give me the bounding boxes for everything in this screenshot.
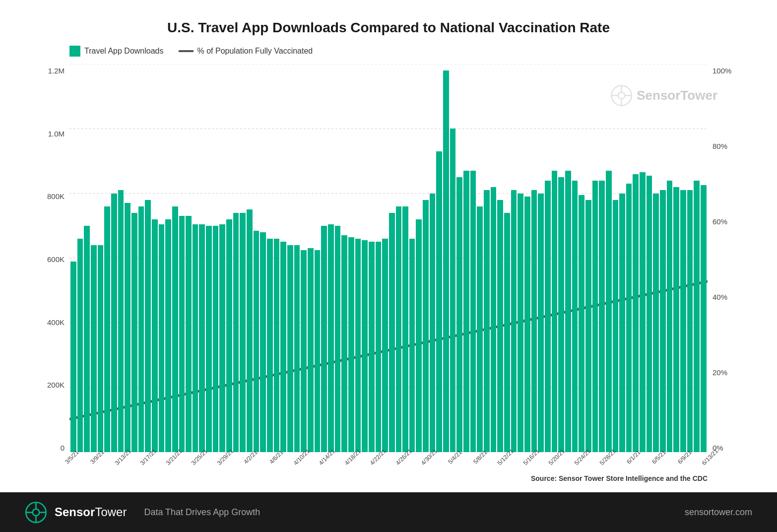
bar: [592, 181, 598, 452]
bar: [369, 242, 375, 452]
bar: [443, 70, 449, 452]
bar: [77, 239, 83, 452]
bar: [396, 206, 402, 452]
bar: [463, 171, 469, 452]
y-right-tick: 80%: [712, 142, 727, 150]
bar: [552, 171, 558, 452]
legend: Travel App Downloads % of Population Ful…: [69, 46, 747, 57]
bar: [84, 226, 90, 452]
bar: [179, 216, 185, 452]
chart-wrapper: U.S. Travel App Downloads Compared to Na…: [0, 0, 777, 492]
bar: [111, 194, 117, 452]
bar: [504, 213, 510, 452]
bar: [91, 245, 97, 452]
bar: [416, 219, 422, 452]
y-left-tick: 800K: [47, 192, 65, 200]
bar: [104, 206, 110, 452]
x-axis: 3/5/213/9/213/13/213/17/213/21/213/25/21…: [69, 452, 708, 472]
bar: [626, 184, 632, 452]
y-right-tick: 60%: [712, 217, 727, 226]
bar: [247, 209, 253, 452]
y-right-tick: 20%: [712, 368, 727, 377]
y-left-tick: 600K: [47, 255, 65, 264]
bar: [206, 226, 212, 452]
bar: [138, 206, 144, 452]
bar: [667, 181, 673, 452]
y-left-tick: 1.0M: [48, 130, 65, 138]
bar: [260, 232, 266, 452]
bar: [456, 177, 462, 452]
bar: [497, 200, 503, 452]
bar: [267, 239, 273, 452]
bar: [450, 129, 456, 452]
bar: [402, 206, 408, 452]
bar: [328, 224, 334, 452]
bar: [423, 200, 429, 452]
bar: [531, 190, 537, 452]
bar: [694, 181, 700, 452]
y-right-tick: 40%: [712, 293, 727, 301]
y-left-tick: 0: [61, 444, 65, 452]
bar: [409, 239, 415, 452]
y-left-tick: 400K: [47, 318, 65, 327]
bar: [131, 213, 137, 452]
bar: [240, 213, 246, 452]
bar: [538, 194, 544, 452]
bar: [152, 219, 158, 452]
bar: [430, 194, 436, 452]
legend-line-label: % of Population Fully Vaccinated: [197, 47, 313, 56]
footer-brand: SensorTower: [55, 505, 127, 519]
bar: [491, 187, 497, 452]
legend-bar-label: Travel App Downloads: [84, 47, 164, 56]
bar: [199, 224, 205, 452]
bar: [565, 171, 571, 452]
footer-url: sensortower.com: [685, 507, 752, 518]
legend-bar: Travel App Downloads: [69, 46, 164, 57]
bar: [382, 239, 388, 452]
bar: [226, 219, 232, 452]
bar: [308, 248, 314, 452]
bar: [233, 213, 239, 452]
svg-point-14: [33, 509, 40, 516]
footer-left: SensorTower Data That Drives App Growth: [25, 501, 260, 524]
bar: [701, 185, 707, 452]
bar: [585, 200, 591, 452]
bar: [518, 194, 523, 452]
y-right-tick: 100%: [712, 66, 731, 75]
bar: [599, 181, 605, 452]
bar: [301, 250, 307, 452]
y-left-tick: 1.2M: [48, 66, 65, 75]
bar: [294, 245, 300, 452]
bar: [193, 224, 198, 452]
y-axis-right: 0%20%40%60%80%100%: [708, 64, 747, 472]
bar: [348, 237, 354, 452]
bar: [355, 239, 361, 452]
bar: [70, 262, 76, 452]
bars-container: [69, 64, 708, 452]
bar: [647, 176, 652, 452]
bar: [159, 224, 165, 452]
footer: SensorTower Data That Drives App Growth …: [0, 492, 777, 532]
bar: [362, 240, 368, 452]
bar: [219, 224, 225, 452]
bar: [321, 226, 327, 452]
bar: [125, 203, 130, 452]
bar: [280, 242, 286, 452]
footer-icon: [25, 501, 47, 524]
bar: [524, 197, 530, 452]
chart-area: 0200K400K600K800K1.0M1.2M 3/5/213/9/213/…: [30, 64, 747, 472]
y-axis-left: 0200K400K600K800K1.0M1.2M: [30, 64, 69, 472]
y-left-tick: 200K: [47, 381, 65, 389]
bar: [470, 171, 476, 452]
chart-title: U.S. Travel App Downloads Compared to Na…: [30, 20, 747, 36]
bar: [660, 190, 666, 452]
bar: [673, 187, 679, 452]
bar: [274, 239, 280, 452]
bar: [213, 226, 219, 452]
chart-inner: 3/5/213/9/213/13/213/17/213/21/213/25/21…: [69, 64, 708, 472]
page-container: U.S. Travel App Downloads Compared to Na…: [0, 0, 777, 532]
bar: [606, 171, 612, 452]
bar: [572, 181, 578, 452]
bar: [335, 226, 341, 452]
legend-bar-box: [69, 46, 80, 57]
